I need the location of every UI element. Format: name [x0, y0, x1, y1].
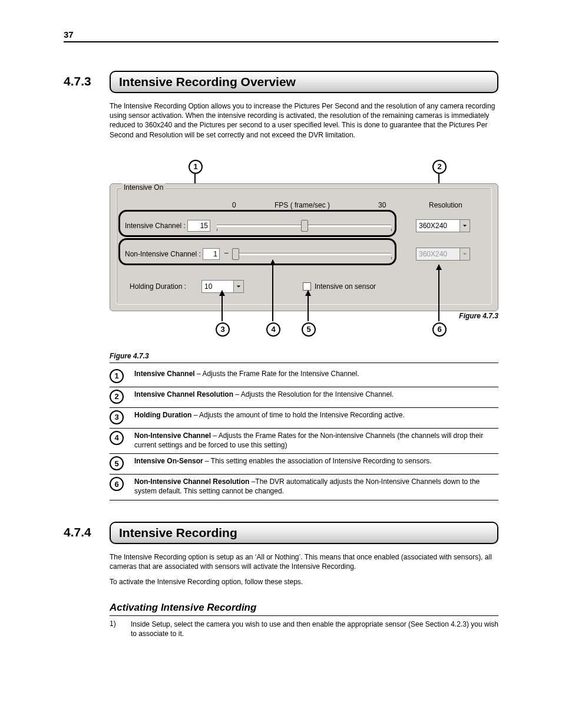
dropdown-icon[interactable]: [459, 220, 470, 232]
nonintensive-resolution-value: 360X240: [416, 250, 459, 258]
row-number: 6: [110, 477, 124, 491]
nonintensive-slider-thumb[interactable]: [232, 248, 239, 260]
figure-legend-caption: Figure 4.7.3: [110, 352, 498, 363]
intensive-resolution-combo[interactable]: 360X240: [416, 219, 470, 232]
fps-max-label: 30: [378, 201, 386, 209]
page-number: 37: [64, 29, 498, 42]
intensive-on-sensor-checkbox[interactable]: [303, 282, 311, 291]
row-number: 4: [110, 431, 124, 445]
intensive-on-panel: Intensive On 0 FPS ( frame/sec ) 30 Reso…: [110, 183, 498, 311]
figure-caption-right: Figure 4.7.3: [459, 312, 498, 320]
nonintensive-resolution-combo: 360X240: [416, 248, 470, 261]
callout-3: 3: [216, 322, 230, 337]
section2-p2: To activate the Intensive Recording opti…: [110, 577, 498, 587]
holding-duration-label: Holding Duration :: [130, 282, 186, 291]
minus-icon: –: [224, 249, 229, 257]
intensive-slider-thumb[interactable]: [301, 220, 308, 232]
table-row: 3 Holding Duration – Adjusts the amount …: [110, 408, 498, 429]
table-row: 2 Intensive Channel Resolution – Adjusts…: [110, 387, 498, 408]
step-row: 1) Inside Setup, select the camera you w…: [110, 620, 498, 638]
intensive-channel-label: Intensive Channel :: [125, 222, 186, 230]
intensive-on-fieldset: Intensive On 0 FPS ( frame/sec ) 30 Reso…: [116, 187, 492, 305]
section-paragraph: The Intensive Recording Option allows yo…: [110, 101, 498, 140]
row-description: Holding Duration – Adjusts the amount of…: [134, 410, 405, 420]
row-description: Intensive Channel Resolution – Adjusts t…: [134, 390, 394, 399]
row-description: Non-Intensive Channel – Adjusts the Fram…: [134, 431, 498, 450]
row-number: 5: [110, 456, 124, 470]
fieldset-legend: Intensive On: [121, 183, 166, 192]
intensive-channel-slider[interactable]: [217, 225, 391, 227]
section-title: Intensive Recording Overview: [110, 71, 498, 93]
holding-duration-value: 10: [202, 282, 233, 291]
dropdown-icon: [459, 248, 470, 260]
section-header-474: 4.7.4 Intensive Recording: [64, 522, 498, 544]
row-number: 2: [110, 390, 124, 404]
table-row: 6 Non-Intensive Channel Resolution –The …: [110, 475, 498, 500]
row-description: Intensive Channel – Adjusts the Frame Ra…: [134, 369, 359, 378]
intensive-channel-value[interactable]: 15: [187, 220, 210, 232]
callout-6: 6: [432, 322, 447, 337]
section2-p1: The Intensive Recording option is setup …: [110, 552, 498, 571]
figure-473: 1 2 Intensive On 0 FPS ( frame/sec ) 30 …: [110, 160, 498, 337]
section-number: 4.7.4: [64, 522, 110, 544]
table-row: 5 Intensive On-Sensor – This setting ena…: [110, 454, 498, 475]
table-row: 1 Intensive Channel – Adjusts the Frame …: [110, 367, 498, 387]
intensive-on-sensor-label: Intensive on sensor: [315, 282, 376, 291]
step-text: Inside Setup, select the camera you wish…: [131, 620, 498, 638]
section-number: 4.7.3: [64, 71, 110, 93]
arrow-4: [272, 260, 273, 321]
table-row: 4 Non-Intensive Channel – Adjusts the Fr…: [110, 429, 498, 454]
fps-min-label: 0: [232, 201, 236, 209]
row-number: 3: [110, 410, 124, 424]
figure-legend-table: Figure 4.7.3 1 Intensive Channel – Adjus…: [110, 352, 498, 500]
callout-4: 4: [266, 322, 280, 337]
step-number: 1): [110, 620, 120, 638]
section-header-473: 4.7.3 Intensive Recording Overview: [64, 71, 498, 93]
section-title: Intensive Recording: [110, 522, 498, 544]
resolution-header: Resolution: [429, 201, 462, 209]
row-description: Intensive On-Sensor – This setting enabl…: [134, 456, 432, 466]
dropdown-icon[interactable]: [233, 281, 243, 292]
arrow-6: [438, 265, 439, 321]
row-number: 1: [110, 369, 124, 383]
subhead-activating: Activating Intensive Recording: [110, 602, 498, 616]
intensive-resolution-value: 360X240: [416, 222, 459, 230]
nonintensive-channel-label: Non-Intensive Channel :: [125, 250, 201, 258]
callout-2: 2: [432, 160, 447, 174]
callout-1: 1: [189, 160, 203, 174]
callout-5: 5: [302, 322, 316, 337]
row-description: Non-Intensive Channel Resolution –The DV…: [134, 477, 498, 496]
nonintensive-channel-value[interactable]: 1: [203, 248, 220, 260]
nonintensive-channel-slider[interactable]: [232, 253, 391, 255]
page: 37 4.7.3 Intensive Recording Overview Th…: [0, 0, 562, 728]
arrow-3: [222, 291, 223, 321]
arrow-5: [308, 291, 309, 321]
fps-label: FPS ( frame/sec ): [275, 201, 330, 209]
